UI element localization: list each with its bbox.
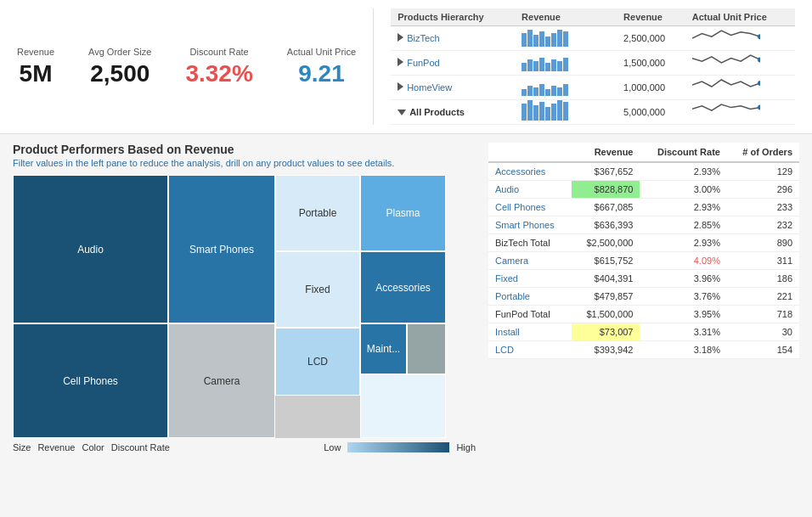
left-panel: Product Performers Based on Revenue Filt…	[13, 143, 476, 452]
table-row-orders: 186	[727, 270, 799, 288]
table-row-name[interactable]: BizTech Total	[488, 234, 572, 252]
hierarchy-row-name[interactable]: HomeView	[391, 76, 515, 100]
hierarchy-col-unit: Actual Unit Price	[685, 8, 795, 26]
table-row-revenue: $393,942	[572, 341, 640, 359]
hierarchy-row-line	[685, 26, 795, 51]
kpi-avg-order-label: Avg Order Size	[88, 47, 151, 57]
table-row-discount: 3.31%	[640, 323, 726, 341]
legend-high: High	[456, 442, 476, 452]
table-row: Smart Phones$636,3932.85%232	[488, 216, 799, 234]
legend-gradient	[347, 442, 449, 452]
hierarchy-row-bars	[515, 100, 617, 125]
table-row-name[interactable]: FunPod Total	[488, 306, 572, 323]
table-row-orders: 233	[727, 199, 799, 216]
table-row-discount: 2.93%	[640, 199, 726, 216]
table-row-name[interactable]: Camera	[488, 252, 572, 270]
treemap-cell[interactable]	[407, 323, 446, 374]
table-row: Cell Phones$667,0852.93%233	[488, 199, 799, 216]
col-revenue: Revenue	[572, 143, 640, 162]
table-row: Portable$479,8573.76%221	[488, 288, 799, 306]
table-row-orders: 221	[727, 288, 799, 306]
table-row-discount: 2.85%	[640, 216, 726, 234]
main-content: Product Performers Based on Revenue Filt…	[0, 134, 812, 461]
kpi-discount-value: 3.32%	[185, 60, 252, 87]
section-subtitle: Filter values in the left pane to reduce…	[13, 158, 476, 168]
legend-color-value: Discount Rate	[111, 442, 170, 452]
kpi-discount-label: Discount Rate	[185, 47, 252, 57]
table-row-orders: 154	[727, 341, 799, 359]
table-row-discount: 3.96%	[640, 270, 726, 288]
kpi-avg-order-value: 2,500	[88, 60, 151, 87]
hierarchy-row-name[interactable]: BizTech	[391, 26, 515, 51]
table-row-name[interactable]: LCD	[488, 341, 572, 359]
table-row-revenue: $73,007	[572, 323, 640, 341]
hierarchy-row-bars	[515, 51, 617, 76]
col-orders: # of Orders	[727, 143, 799, 162]
hierarchy-row-line	[685, 100, 795, 125]
kpi-revenue: Revenue 5M	[17, 47, 54, 87]
hierarchy-table: Products Hierarchy Revenue Revenue Actua…	[391, 8, 795, 125]
table-row-name[interactable]: Cell Phones	[488, 199, 572, 216]
treemap-cell[interactable]: Audio	[13, 175, 168, 323]
table-row-orders: 30	[727, 323, 799, 341]
section-title: Product Performers Based on Revenue	[13, 143, 476, 156]
table-row: Accessories$367,6522.93%129	[488, 162, 799, 181]
hierarchy-row-revenue: 1,000,000	[617, 76, 685, 100]
table-row-discount: 2.93%	[640, 234, 726, 252]
treemap-cell[interactable]: LCD	[275, 328, 360, 396]
svg-point-0	[758, 34, 760, 39]
kpi-unit-price: Actual Unit Price 9.21	[287, 47, 356, 87]
table-row-revenue: $667,085	[572, 199, 640, 216]
hierarchy-row-revenue: 2,500,000	[617, 26, 685, 51]
treemap-cell[interactable]: Maint...	[360, 323, 407, 374]
table-row-discount: 3.18%	[640, 341, 726, 359]
kpi-unit-price-value: 9.21	[287, 60, 356, 87]
table-row-name[interactable]: Install	[488, 323, 572, 341]
table-row-orders: 129	[727, 162, 799, 181]
table-row-name[interactable]: Fixed	[488, 270, 572, 288]
kpi-unit-price-label: Actual Unit Price	[287, 47, 356, 57]
table-row-name[interactable]: Accessories	[488, 162, 572, 181]
treemap-cell[interactable]: Portable	[275, 175, 360, 251]
treemap: AudioSmart PhonesPortablePlasmaCell Phon…	[13, 175, 446, 438]
svg-point-2	[758, 81, 760, 86]
treemap-cell[interactable]	[360, 374, 446, 438]
table-row-discount: 2.93%	[640, 162, 726, 181]
table-row-orders: 296	[727, 181, 799, 199]
hierarchy-row-line	[685, 51, 795, 76]
table-row-discount: 3.76%	[640, 288, 726, 306]
legend-color-label: Color	[82, 442, 104, 452]
table-row: Install$73,0073.31%30	[488, 323, 799, 341]
table-row-revenue: $404,391	[572, 270, 640, 288]
table-row: FunPod Total$1,500,0003.95%718	[488, 306, 799, 323]
table-row-orders: 890	[727, 234, 799, 252]
treemap-cell[interactable]: Cell Phones	[13, 323, 168, 438]
table-row-revenue: $2,500,000	[572, 234, 640, 252]
kpi-discount: Discount Rate 3.32%	[185, 47, 252, 87]
hierarchy-col-name: Products Hierarchy	[391, 8, 515, 26]
treemap-cell[interactable]: Smart Phones	[168, 175, 275, 323]
hierarchy-row-line	[685, 76, 795, 100]
table-row-orders: 311	[727, 252, 799, 270]
table-row-name[interactable]: Audio	[488, 181, 572, 199]
svg-point-1	[758, 57, 760, 62]
treemap-cell[interactable]: Camera	[168, 323, 275, 438]
hierarchy-row-name[interactable]: All Products	[391, 100, 515, 125]
treemap-cell[interactable]: Plasma	[360, 175, 446, 251]
col-discount: Discount Rate	[640, 143, 726, 162]
table-row-revenue: $636,393	[572, 216, 640, 234]
treemap-cell[interactable]: Fixed	[275, 251, 360, 328]
hierarchy-row-name[interactable]: FunPod	[391, 51, 515, 76]
hierarchy-col-revenue2: Revenue	[617, 8, 685, 26]
top-bar: Revenue 5M Avg Order Size 2,500 Discount…	[0, 0, 812, 134]
data-table: Revenue Discount Rate # of Orders Access…	[488, 143, 799, 359]
table-row-name[interactable]: Portable	[488, 288, 572, 306]
table-row-orders: 232	[727, 216, 799, 234]
right-panel: Revenue Discount Rate # of Orders Access…	[488, 143, 799, 452]
table-row-discount: 4.09%	[640, 252, 726, 270]
table-row-orders: 718	[727, 306, 799, 323]
table-row-name[interactable]: Smart Phones	[488, 216, 572, 234]
treemap-cell[interactable]: Accessories	[360, 251, 446, 323]
table-row-revenue: $367,652	[572, 162, 640, 181]
table-row-revenue: $615,752	[572, 252, 640, 270]
